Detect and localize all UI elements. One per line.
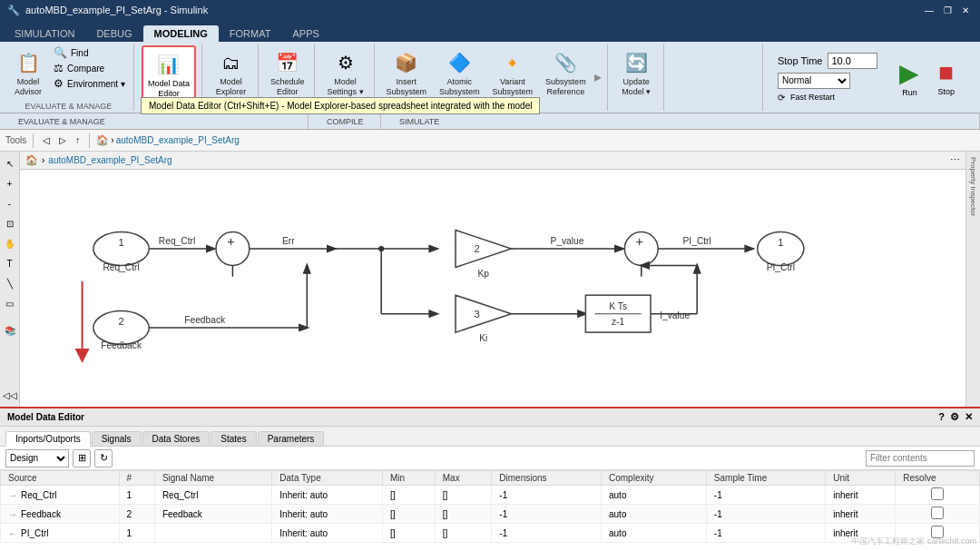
model-explorer-label: ModelExplorer	[216, 77, 247, 97]
panel-settings-btn[interactable]: ⚙	[950, 411, 959, 423]
tab-modeling[interactable]: MODELING	[143, 25, 219, 42]
sidebar-collapse-btn[interactable]: ◁◁	[2, 387, 18, 403]
cell-unit: inherit	[826, 505, 896, 524]
toolbar-back-btn[interactable]: ◁	[40, 134, 53, 146]
stop-time-input[interactable]	[828, 53, 877, 69]
col-num: #	[119, 471, 154, 486]
model-data-editor-btn[interactable]: 📊 Model DataEditor	[142, 45, 196, 103]
design-select[interactable]: Design	[5, 449, 69, 467]
panel-tabs: Inports/Outports Signals Data Stores Sta…	[0, 427, 980, 447]
variant-subsystem-icon: 🔸	[498, 48, 527, 77]
cell-resolve[interactable]	[896, 505, 980, 524]
panel-close-btn[interactable]: ✕	[965, 411, 973, 423]
bottom-panel: Model Data Editor ? ⚙ ✕ Inports/Outports…	[0, 407, 980, 551]
sidebar-zoom-out-btn[interactable]: -	[2, 195, 18, 212]
tab-signals[interactable]: Signals	[92, 431, 142, 446]
cell-dimensions: -1	[492, 524, 602, 543]
update-model-label: UpdateModel ▾	[622, 77, 651, 97]
run-icon: ▶	[899, 58, 919, 88]
svg-rect-0	[28, 170, 957, 407]
sidebar-text-btn[interactable]: T	[2, 255, 18, 271]
fast-restart-label: Fast Restart	[790, 93, 835, 102]
svg-text:PI_Ctrl: PI_Ctrl	[767, 262, 795, 272]
tab-simulation[interactable]: SIMULATION	[4, 25, 85, 42]
minimize-btn[interactable]: —	[922, 3, 936, 17]
compare-btn[interactable]: ⚖ Compare	[51, 61, 128, 75]
cell-resolve[interactable]	[896, 486, 980, 505]
filter-input[interactable]	[866, 450, 975, 467]
model-explorer-btn[interactable]: 🗂 ModelExplorer	[211, 45, 251, 100]
toolbar-forward-btn[interactable]: ▷	[56, 134, 69, 146]
tab-data-stores[interactable]: Data Stores	[142, 431, 211, 446]
restore-btn[interactable]: ❐	[940, 3, 955, 17]
sidebar-area-btn[interactable]: ▭	[2, 295, 18, 311]
toolbar-up-btn[interactable]: ↑	[73, 134, 83, 146]
panel-icon-btn-1[interactable]: ⊞	[73, 449, 91, 467]
schedule-editor-btn[interactable]: 📅 ScheduleEditor	[266, 45, 309, 100]
section-simulate: SIMULATE	[381, 113, 980, 129]
bottom-panel-title: Model Data Editor	[7, 412, 84, 422]
simulation-mode-select[interactable]: Normal	[778, 73, 850, 89]
schedule-editor-icon: 📅	[273, 48, 302, 77]
sidebar-zoom-in-btn[interactable]: +	[2, 175, 18, 192]
sidebar-line-btn[interactable]: ╲	[2, 275, 18, 291]
model-settings-btn[interactable]: ⚙ ModelSettings ▾	[322, 45, 368, 100]
sidebar-lib-btn[interactable]: 📚	[2, 322, 18, 339]
panel-help-btn[interactable]: ?	[938, 411, 945, 423]
small-btns-manage: 🔍 Find ⚖ Compare ⚙ Environment ▾	[51, 45, 128, 91]
tab-parameters[interactable]: Parameters	[258, 431, 325, 446]
compare-icon: ⚖	[54, 62, 64, 74]
cell-data-type: Inherit: auto	[272, 505, 383, 524]
environment-label: Environment ▾	[67, 79, 125, 89]
tab-apps[interactable]: APPS	[281, 25, 329, 42]
environment-btn[interactable]: ⚙ Environment ▾	[51, 76, 128, 91]
sidebar-fit-btn[interactable]: ⊡	[2, 215, 18, 231]
table-body: →Req_Ctrl 1 Req_Ctrl Inherit: auto [] []…	[1, 486, 980, 543]
atomic-subsystem-btn[interactable]: 🔷 AtomicSubsystem	[435, 45, 485, 100]
subsystem-more-btn[interactable]: ▸	[594, 68, 602, 85]
sidebar-select-btn[interactable]: ↖	[2, 155, 18, 172]
stop-time-label: Stop Time	[778, 55, 823, 66]
variant-subsystem-btn[interactable]: 🔸 VariantSubsystem	[488, 45, 538, 100]
run-btn[interactable]: ▶ Run	[892, 54, 926, 101]
cell-sample-time: -1	[706, 524, 825, 543]
panel-icon-btn-2[interactable]: ↻	[94, 449, 113, 467]
col-max: Max	[435, 471, 492, 486]
cell-resolve[interactable]	[896, 524, 980, 543]
property-inspector-tab[interactable]: Property Inspector	[966, 152, 980, 221]
resolve-checkbox[interactable]	[931, 487, 944, 500]
group-update: 🔄 UpdateModel ▾	[610, 44, 664, 111]
tab-states[interactable]: States	[211, 431, 256, 446]
update-model-btn[interactable]: 🔄 UpdateModel ▾	[617, 45, 655, 100]
breadcrumb-sep: ›	[111, 135, 113, 145]
stop-btn[interactable]: ■ Stop	[930, 54, 962, 100]
svg-text:Err: Err	[282, 236, 295, 246]
nav-model-name[interactable]: autoMBD_example_PI_SetArg	[48, 155, 172, 165]
tab-debug[interactable]: DEBUG	[85, 25, 142, 42]
sidebar-pan-btn[interactable]: ✋	[2, 235, 18, 251]
svg-text:Kp: Kp	[478, 269, 490, 279]
tab-inports-outports[interactable]: Inports/Outports	[5, 431, 91, 447]
table-row: →Feedback 2 Feedback Inherit: auto [] []…	[1, 505, 980, 524]
tab-format[interactable]: FORMAT	[219, 25, 282, 42]
nav-more-icon[interactable]: ⋯	[950, 154, 960, 166]
subsystem-reference-btn[interactable]: 📎 SubsystemReference	[541, 45, 591, 100]
model-data-editor-icon: 📊	[154, 50, 183, 79]
table-row: →Req_Ctrl 1 Req_Ctrl Inherit: auto [] []…	[1, 486, 980, 505]
close-btn[interactable]: ✕	[958, 3, 973, 17]
cell-signal-name	[154, 524, 271, 543]
col-source: Source	[1, 471, 120, 486]
cell-signal-name: Req_Ctrl	[154, 486, 271, 505]
window-controls: — ❐ ✕	[922, 3, 973, 17]
cell-complexity: auto	[602, 505, 707, 524]
find-btn[interactable]: 🔍 Find	[51, 45, 128, 60]
resolve-checkbox[interactable]	[931, 526, 944, 538]
breadcrumb-model-name[interactable]: autoMBD_example_PI_SetArg	[116, 135, 240, 145]
insert-subsystem-btn[interactable]: 📦 InsertSubsystem	[382, 45, 432, 100]
model-advisor-btn[interactable]: 📋 ModelAdvisor	[9, 45, 47, 100]
svg-text:1: 1	[118, 237, 123, 248]
svg-text:Req_Ctrl: Req_Ctrl	[103, 262, 139, 272]
resolve-checkbox[interactable]	[931, 507, 944, 519]
ribbon-items-update: 🔄 UpdateModel ▾	[617, 45, 655, 107]
svg-text:Req_Ctrl: Req_Ctrl	[159, 236, 195, 246]
